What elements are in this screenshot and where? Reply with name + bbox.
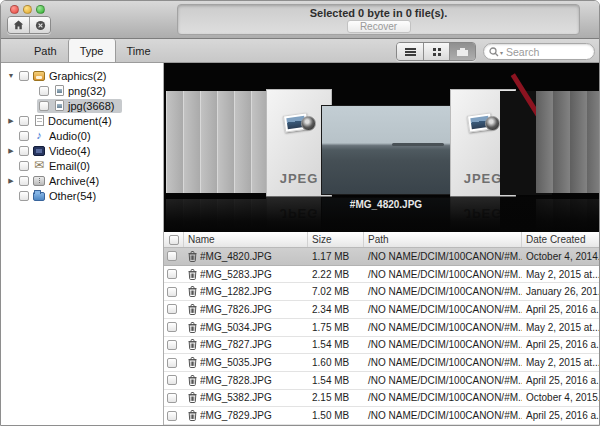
table-row[interactable]: #MG_5034.JPG1.75 MB/NO NAME/DCIM/100CANO… <box>164 319 599 337</box>
checkbox[interactable] <box>19 161 29 171</box>
trash-icon <box>188 286 197 297</box>
sidebar-item-label: Archive(4) <box>49 175 99 187</box>
file-size: 1.50 MB <box>308 410 364 421</box>
sidebar-item-other[interactable]: Other(54) <box>1 188 163 203</box>
close-window-button[interactable] <box>10 5 19 14</box>
grid-view-button[interactable] <box>423 43 449 60</box>
disclosure-triangle-icon[interactable]: ▶ <box>5 147 17 155</box>
row-checkbox[interactable] <box>167 358 177 368</box>
file-path: /NO NAME/DCIM/100CANON/#M... <box>364 286 522 297</box>
file-name: #MG_7826.JPG <box>200 304 272 315</box>
table-row[interactable]: #MG_7827.JPG1.54 MB/NO NAME/DCIM/100CANO… <box>164 337 599 355</box>
trash-icon <box>188 251 197 262</box>
search-input[interactable] <box>506 46 586 58</box>
search-scope-chevron-icon[interactable]: ▾ <box>500 49 503 56</box>
checkbox[interactable] <box>19 146 29 156</box>
file-name: #MG_5382.JPG <box>200 392 272 403</box>
file-path: /NO NAME/DCIM/100CANON/#M... <box>364 304 522 315</box>
file-path: /NO NAME/DCIM/100CANON/#M... <box>364 375 522 386</box>
home-button[interactable] <box>8 17 29 33</box>
column-header-path[interactable]: Path <box>364 232 522 247</box>
column-header-date-created[interactable]: Date Created <box>522 232 599 247</box>
trash-icon <box>188 392 197 403</box>
sidebar-item-document[interactable]: ▶Document(4) <box>1 113 163 128</box>
checkbox[interactable] <box>39 101 49 111</box>
sidebar-item-label: Document(4) <box>48 115 112 127</box>
file-path: /NO NAME/DCIM/100CANON/#M... <box>364 251 522 262</box>
table-row[interactable]: #MG_5382.JPG2.15 MB/NO NAME/DCIM/100CANO… <box>164 390 599 408</box>
coverflow-caption: #MG_4820.JPG <box>291 199 481 210</box>
disclosure-triangle-icon[interactable]: ▶ <box>5 177 17 185</box>
sidebar-item-label: Audio(0) <box>49 130 91 142</box>
file-path: /NO NAME/DCIM/100CANON/#M... <box>364 339 522 350</box>
sidebar-item-archive[interactable]: ▶Archive(4) <box>1 173 163 188</box>
row-checkbox[interactable] <box>167 393 177 403</box>
zoom-window-button[interactable] <box>36 5 45 14</box>
checkbox[interactable] <box>19 116 29 126</box>
row-checkbox[interactable] <box>167 322 177 332</box>
file-date-created: October 4, 2014... <box>522 251 599 262</box>
checkbox[interactable] <box>39 86 49 96</box>
select-all-checkbox[interactable] <box>169 235 179 245</box>
file-date-created: April 25, 2016 a... <box>522 375 599 386</box>
table-row[interactable]: #MG_7828.JPG1.54 MB/NO NAME/DCIM/100CANO… <box>164 372 599 390</box>
table-row[interactable]: #MG_1282.JPG7.02 MB/NO NAME/DCIM/100CANO… <box>164 283 599 301</box>
row-checkbox[interactable] <box>167 287 177 297</box>
file-path: /NO NAME/DCIM/100CANON/#M... <box>364 357 522 368</box>
archive-icon <box>33 176 45 186</box>
disclosure-triangle-icon[interactable]: ▼ <box>5 72 17 79</box>
tab-type[interactable]: Type <box>68 39 116 62</box>
table-row[interactable]: #MG_5283.JPG2.22 MB/NO NAME/DCIM/100CANO… <box>164 266 599 284</box>
sidebar-item-jpg[interactable]: jpg(3668) <box>1 98 163 113</box>
stop-button[interactable] <box>29 17 50 33</box>
jpeg-card-label: JPEG <box>464 171 503 186</box>
sidebar-item-audio[interactable]: ♪Audio(0) <box>1 128 163 143</box>
row-checkbox[interactable] <box>167 411 177 421</box>
table-row[interactable]: #MG_5035.JPG1.60 MB/NO NAME/DCIM/100CANO… <box>164 354 599 372</box>
checkbox[interactable] <box>19 176 29 186</box>
table-row[interactable]: #MG_4820.JPG1.17 MB/NO NAME/DCIM/100CANO… <box>164 248 599 266</box>
checkbox[interactable] <box>19 71 29 81</box>
tab-path[interactable]: Path <box>23 39 68 62</box>
file-date-created: April 25, 2016 a... <box>522 410 599 421</box>
tab-time[interactable]: Time <box>116 39 162 62</box>
sidebar-item-email[interactable]: ✉Email(0) <box>1 158 163 173</box>
sidebar-item-png[interactable]: png(32) <box>1 83 163 98</box>
nav-button-group <box>7 16 51 34</box>
row-checkbox[interactable] <box>167 269 177 279</box>
disclosure-triangle-icon[interactable]: ▶ <box>5 117 17 125</box>
file-size: 1.54 MB <box>308 339 364 350</box>
file-size: 1.54 MB <box>308 375 364 386</box>
file-size: 2.22 MB <box>308 269 364 280</box>
minimize-window-button[interactable] <box>23 5 32 14</box>
filter-bar: Path Type Time ▾ <box>1 39 599 63</box>
column-header-size[interactable]: Size <box>308 232 364 247</box>
checkbox[interactable] <box>19 191 29 201</box>
file-date-created: October 4, 2015... <box>522 392 599 403</box>
file-date-created: April 25, 2016 a... <box>522 339 599 350</box>
sidebar-item-graphics[interactable]: ▼Graphics(2) <box>1 68 163 83</box>
checkbox[interactable] <box>19 131 29 141</box>
file-date-created: May 2, 2015 at... <box>522 269 599 280</box>
sidebar-item-label: jpg(3668) <box>68 100 114 112</box>
table-row[interactable]: #MG_7829.JPG1.50 MB/NO NAME/DCIM/100CANO… <box>164 407 599 425</box>
row-checkbox[interactable] <box>167 251 177 261</box>
search-field[interactable]: ▾ <box>483 43 595 60</box>
column-header-name[interactable]: Name <box>184 232 308 247</box>
file-size: 2.34 MB <box>308 304 364 315</box>
file-size: 2.15 MB <box>308 392 364 403</box>
file-image-icon <box>55 100 64 111</box>
home-icon <box>13 20 24 30</box>
sidebar-item-video[interactable]: ▶Video(4) <box>1 143 163 158</box>
file-name: #MG_1282.JPG <box>200 286 272 297</box>
recover-button[interactable]: Recover <box>347 20 411 33</box>
row-checkbox[interactable] <box>167 340 177 350</box>
row-checkbox[interactable] <box>167 375 177 385</box>
row-checkbox[interactable] <box>167 304 177 314</box>
list-view-button[interactable] <box>397 43 423 60</box>
coverflow-view-button[interactable] <box>449 43 475 60</box>
table-header: Name Size Path Date Created <box>164 232 599 248</box>
coverflow-card[interactable] <box>587 91 599 193</box>
coverflow-selected-photo[interactable] <box>321 105 451 195</box>
table-row[interactable]: #MG_7826.JPG2.34 MB/NO NAME/DCIM/100CANO… <box>164 301 599 319</box>
